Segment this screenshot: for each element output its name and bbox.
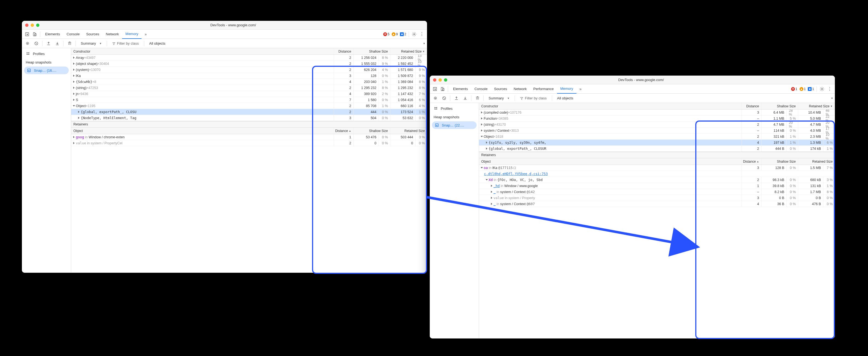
- col-retained[interactable]: Retained Size▼: [798, 103, 835, 109]
- objects-select[interactable]: All objects: [554, 95, 576, 102]
- tab-console[interactable]: Console: [63, 30, 83, 39]
- minimize-icon[interactable]: [438, 78, 442, 82]
- zoom-icon[interactable]: [36, 24, 39, 27]
- issues-badge[interactable]: ■1: [808, 87, 814, 91]
- table-row[interactable]: system / Context ×3013–114 kB0 %4.0 MB17…: [479, 128, 835, 134]
- dropdown-icon[interactable]: ▼: [423, 42, 425, 45]
- table-row[interactable]: jn ×94364389 9202 %1 147 4327 %: [71, 91, 427, 97]
- table-row[interactable]: (string) ×4725321 295 2328 %1 295 2328 %: [71, 85, 427, 91]
- table-row[interactable]: c,dtl0hd,eHDfl,YV5bee,d,csi:753: [479, 171, 835, 177]
- table-row[interactable]: Object ×16182321 kB1 %2.3 MB10 %: [479, 134, 835, 140]
- col-retained[interactable]: Retained Size: [798, 158, 835, 165]
- sidebar-profiles[interactable]: Profiles: [22, 50, 71, 58]
- table-row[interactable]: (string) ×4317024.7 MB20 %4.7 MB20 %: [479, 122, 835, 128]
- gc-icon[interactable]: [66, 40, 73, 48]
- table-row[interactable]: {sy1fu, sy2ly, sy39n, sy4fm,4197 kB1 %1.…: [479, 140, 835, 146]
- col-shallow[interactable]: Shallow Size: [762, 158, 798, 165]
- kebab-icon[interactable]: ⋮: [826, 85, 833, 93]
- tab-memory[interactable]: Memory: [122, 30, 142, 39]
- upload-icon[interactable]: [453, 94, 460, 102]
- warning-badge[interactable]: ▲9: [392, 32, 398, 36]
- col-distance[interactable]: Distance▲: [742, 158, 762, 165]
- upload-icon[interactable]: [44, 40, 52, 48]
- inspect-icon[interactable]: [431, 85, 438, 93]
- device-toggle-icon[interactable]: [439, 85, 446, 93]
- table-row[interactable]: lKa31280 %1 509 8729 %: [71, 73, 427, 79]
- view-select[interactable]: Summary▼: [78, 40, 104, 47]
- table-row[interactable]: Function ×34385–1.1 MB5 %5.0 MB22 %: [479, 116, 835, 122]
- col-shallow[interactable]: Shallow Size: [762, 103, 798, 109]
- table-row[interactable]: value in system / Property30 B0 %0 B0 %: [479, 195, 835, 201]
- col-object[interactable]: Object: [479, 158, 742, 165]
- col-distance[interactable]: Distance: [334, 48, 354, 55]
- device-toggle-icon[interactable]: [31, 31, 38, 38]
- col-object[interactable]: Object: [71, 128, 334, 134]
- col-constructor[interactable]: Constructor: [479, 103, 742, 109]
- table-row[interactable]: (system) ×130702626 2044 %1 571 6809 %: [71, 67, 427, 73]
- more-tabs-icon[interactable]: »: [577, 85, 584, 93]
- minimize-icon[interactable]: [31, 24, 34, 27]
- tab-sources[interactable]: Sources: [83, 30, 103, 39]
- tab-elements[interactable]: Elements: [450, 84, 471, 94]
- filter-input[interactable]: Filter by class: [109, 40, 142, 47]
- tab-sources[interactable]: Sources: [491, 84, 510, 94]
- record-icon[interactable]: [431, 94, 439, 102]
- table-row[interactable]: Object ×1195285 7081 %660 1164 %: [71, 103, 427, 109]
- table-row[interactable]: {SdcwHb} ×84203 0401 %1 369 0848 %: [71, 79, 427, 85]
- issues-badge[interactable]: ■2: [400, 32, 406, 36]
- gc-icon[interactable]: [473, 94, 481, 102]
- filter-input[interactable]: Filter by class: [517, 95, 550, 102]
- error-badge[interactable]: ✕5: [383, 32, 390, 36]
- col-shallow[interactable]: Shallow Size: [354, 128, 390, 134]
- objects-select[interactable]: All objects: [147, 40, 168, 47]
- tab-elements[interactable]: Elements: [42, 30, 63, 39]
- sidebar-snapshot[interactable]: Snap… (22.…: [432, 121, 476, 129]
- dropdown-icon[interactable]: ▼: [831, 97, 833, 100]
- table-row[interactable]: oa in lKa @177115 □3128 B0 %1.5 MB7 %: [479, 165, 835, 171]
- table-row[interactable]: (object shape) ×3040421 555 0329 %1 592 …: [71, 61, 427, 67]
- retainers-grid[interactable]: goog in Window / chrome-exten153 4760 %5…: [71, 134, 427, 146]
- warning-badge[interactable]: ▲1: [800, 87, 806, 91]
- table-row[interactable]: {global, exportPath_, CLOSU24440 %173 52…: [71, 109, 427, 115]
- table-row[interactable]: _ in system / Context @142–8.2 kB0 %1.7 …: [479, 189, 835, 195]
- more-tabs-icon[interactable]: »: [142, 31, 149, 38]
- sidebar-profiles[interactable]: Profiles: [430, 105, 479, 112]
- kebab-icon[interactable]: ⋮: [418, 31, 425, 38]
- settings-icon[interactable]: [411, 31, 418, 38]
- table-row[interactable]: _hd in Window / www.google139.8 kB0 %131…: [479, 183, 835, 189]
- col-distance[interactable]: Distance▲: [334, 128, 354, 134]
- clear-icon[interactable]: [32, 40, 40, 48]
- view-select[interactable]: Summary▼: [486, 95, 513, 102]
- close-icon[interactable]: [25, 24, 28, 27]
- retainers-grid[interactable]: oa in lKa @177115 □3128 B0 %1.5 MB7 %c,d…: [479, 165, 835, 207]
- table-row[interactable]: (compiled code) ×10717636.4 MB28 %10.4 M…: [479, 110, 835, 116]
- tab-network[interactable]: Network: [103, 30, 122, 39]
- inspect-icon[interactable]: [24, 31, 31, 38]
- tab-console[interactable]: Console: [471, 84, 491, 94]
- constructor-grid[interactable]: (compiled code) ×10717636.4 MB28 %10.4 M…: [479, 110, 835, 152]
- clear-icon[interactable]: [440, 94, 448, 102]
- col-retained[interactable]: Retained Size▼: [390, 48, 427, 55]
- titlebar[interactable]: DevTools - www.google.com/: [430, 76, 835, 84]
- tab-memory[interactable]: Memory: [557, 84, 577, 94]
- error-badge[interactable]: ✕1: [791, 87, 797, 91]
- constructor-grid[interactable]: Array ×4349721 256 0248 %2 220 00013 %(o…: [71, 55, 427, 121]
- close-icon[interactable]: [433, 78, 436, 82]
- table-row[interactable]: S71 5800 %1 054 4166 %: [71, 97, 427, 103]
- table-row[interactable]: Array ×4349721 256 0248 %2 220 00013 %: [71, 55, 427, 61]
- table-row[interactable]: value in system / PropertyCel200 %00 %: [71, 140, 427, 146]
- table-row[interactable]: goog in Window / chrome-exten153 4760 %5…: [71, 134, 427, 140]
- col-shallow[interactable]: Shallow Size: [354, 48, 390, 55]
- tab-performance[interactable]: Performance: [530, 84, 557, 94]
- download-icon[interactable]: [461, 94, 469, 102]
- record-icon[interactable]: [24, 40, 31, 48]
- titlebar[interactable]: DevTools - www.google.com/: [22, 21, 427, 30]
- col-retained[interactable]: Retained Size: [390, 128, 427, 134]
- table-row[interactable]: _ in system / Context @607436 B0 %476 B0…: [479, 201, 835, 207]
- sidebar-snapshot[interactable]: Snap… (16.…: [24, 66, 69, 74]
- table-row[interactable]: Xd in {FOc, HOa, VC, jo, Sbd298.3 kB0 %6…: [479, 177, 835, 183]
- table-row[interactable]: {global, exportPath_, CLOSUR2444 B0 %174…: [479, 146, 835, 152]
- settings-icon[interactable]: [818, 85, 826, 93]
- col-constructor[interactable]: Constructor: [71, 48, 334, 55]
- table-row[interactable]: {NodeType, HtmlElement, Tag35040 %53 632…: [71, 115, 427, 121]
